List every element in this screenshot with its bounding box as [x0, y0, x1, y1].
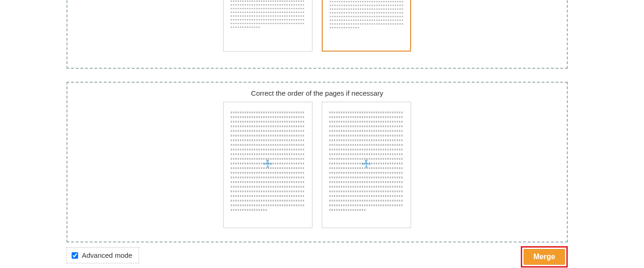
page-thumb[interactable] — [223, 102, 312, 228]
page-thumb[interactable] — [223, 0, 312, 52]
reorder-panel: Correct the order of the pages if necess… — [66, 82, 568, 242]
upper-pages-panel — [66, 0, 568, 69]
reorder-thumb-row — [67, 102, 567, 228]
merge-button[interactable]: Merge — [524, 249, 565, 265]
move-icon — [261, 158, 274, 171]
page-thumb[interactable] — [322, 102, 411, 228]
merge-highlight-box: Merge — [521, 246, 568, 268]
reorder-panel-title: Correct the order of the pages if necess… — [67, 83, 567, 102]
advanced-mode-checkbox[interactable] — [72, 252, 78, 259]
page-thumb[interactable] — [322, 0, 411, 52]
bottom-controls: Advanced mode Merge — [66, 247, 568, 266]
move-icon — [360, 158, 373, 171]
advanced-mode-toggle[interactable]: Advanced mode — [66, 247, 139, 263]
upper-thumb-row — [67, 0, 567, 52]
advanced-mode-label: Advanced mode — [82, 251, 132, 259]
